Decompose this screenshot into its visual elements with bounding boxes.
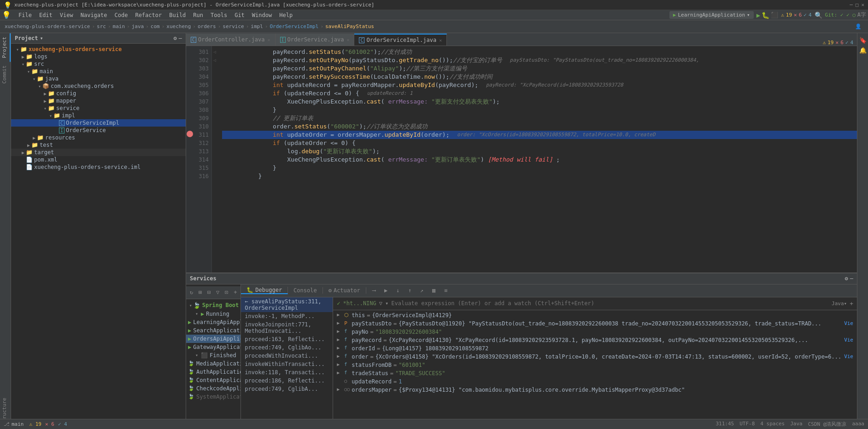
debug-btn[interactable]: 🐛 (762, 12, 769, 19)
bc-com[interactable]: com (151, 23, 160, 29)
menu-run[interactable]: Run (189, 10, 207, 20)
svc-expand-btn[interactable]: ⊞ (197, 287, 204, 297)
bc-java[interactable]: java (132, 23, 144, 29)
tab-service[interactable]: I OrderService.java ✕ (276, 34, 355, 46)
svc-learning-app[interactable]: ▶ LearningApiApplication :63020/ (186, 318, 240, 326)
tree-item-main[interactable]: ▾ 📁 main (11, 68, 186, 75)
menu-file[interactable]: File (15, 10, 35, 20)
call-stack-5[interactable]: proceedWithInvocati... (241, 352, 333, 360)
svc-system-app[interactable]: 🍃 SystemApplication (186, 393, 240, 401)
call-stack-3[interactable]: proceed:163, Reflecti... (241, 335, 333, 343)
var-payStatusDto[interactable]: ▶ P payStatusDto = {PayStatusDto@11920} … (333, 319, 857, 328)
var-order[interactable]: ▶ f order = {XcOrders@14158} "XcOrders(i… (333, 353, 857, 361)
eval-input[interactable] (391, 300, 829, 307)
window-controls[interactable]: ─ □ ✕ (850, 2, 864, 8)
tree-item-mapper[interactable]: ▶ 📁 mapper (11, 97, 186, 104)
header-dropdown[interactable]: ▾ (40, 35, 43, 41)
gear-icon[interactable]: ⚙ (174, 35, 177, 41)
menu-build[interactable]: Build (165, 10, 189, 20)
bc-project[interactable]: xuecheng-plus-orders-service (5, 23, 90, 29)
menu-help[interactable]: Help (276, 10, 296, 20)
resume-btn[interactable]: ▶ (381, 285, 391, 296)
menu-navigate[interactable]: Navigate (77, 10, 111, 20)
var-payRecord[interactable]: ▶ f payRecord = {XcPayRecord@14130} "XcP… (333, 336, 857, 344)
tree-item-logs[interactable]: ▶ 📁 logs (11, 53, 186, 60)
call-stack-4[interactable]: proceed:749, CglibAo... (241, 343, 333, 352)
tree-item-src[interactable]: ▾ 📁 src (11, 60, 186, 68)
call-stack-6[interactable]: invokeWithinTransacti... (241, 360, 333, 368)
var-updateRecord[interactable]: ○ updateRecord = 1 (333, 377, 857, 386)
var-payNo[interactable]: ▶ f payNo = "180839202922600384" (333, 328, 857, 336)
actuator-tab[interactable]: ⚙ Actuator (323, 287, 366, 294)
tree-item-resources[interactable]: ▶ 📁 resources (11, 134, 186, 141)
svc-spring-boot[interactable]: ▾ 🍃 Spring Boot (186, 301, 240, 310)
svc-checkcode-app[interactable]: 🍃 CheckcodeApplication (186, 384, 240, 393)
menu-window[interactable]: Window (248, 10, 276, 20)
call-stack-2[interactable]: invokeJoinpoint:771, MethodInvocati... (241, 320, 333, 335)
tree-item-iml[interactable]: 📄 xuecheng-plus-orders-service.iml (11, 163, 186, 171)
notifications-icon[interactable]: 🔔 (858, 45, 868, 55)
call-stack-9[interactable]: proceed:749, CglibA... (241, 385, 333, 393)
debugger-tab[interactable]: 🐛 Debugger (241, 287, 288, 294)
add-watch-btn[interactable]: + (850, 300, 853, 307)
svc-finished-group[interactable]: ▾ ⬛ Finished (186, 351, 240, 359)
svc-auth-app[interactable]: 🍃 AuthApplication (186, 368, 240, 376)
status-branch[interactable]: main (12, 421, 24, 427)
bc-xuecheng[interactable]: xuecheng (166, 23, 191, 29)
call-stack-8[interactable]: proceed:186, Reflecti... (241, 377, 333, 385)
bc-src[interactable]: src (97, 23, 106, 29)
bc-method[interactable]: saveAliPayStatus (325, 23, 374, 29)
var-this[interactable]: ▶ ⬡ this = {OrderServiceImpl@14129} (333, 311, 857, 319)
tree-item-root[interactable]: ▾ 📁 xuecheng-plus-orders-service (11, 46, 186, 53)
svc-collapse-btn[interactable]: ⊟ (205, 287, 212, 297)
svc-search-app[interactable]: ▶ SearchApplication :63080/ (186, 326, 240, 335)
tree-item-orderservice[interactable]: I OrderService (11, 127, 186, 134)
menu-code[interactable]: Code (111, 10, 132, 20)
maximize-btn[interactable]: □ (856, 2, 859, 8)
call-stack-active[interactable]: ← saveAliPayStatus:311, OrderServiceImpl (241, 297, 333, 312)
run-config-selector[interactable]: ▶ LearningApiApplication ▾ (669, 11, 754, 19)
step-out-btn[interactable]: ↑ (405, 285, 415, 296)
status-warnings[interactable]: ⚠ 19 (29, 421, 42, 427)
minimize-btn[interactable]: ─ (850, 2, 853, 8)
svc-add-btn[interactable]: + (232, 287, 239, 297)
svc-grid-btn[interactable]: ⊡ (223, 287, 230, 297)
tab-commit[interactable]: Commit (0, 62, 11, 87)
frames-btn[interactable]: ▦ (429, 285, 439, 296)
status-errors[interactable]: ✕ 6 (45, 421, 54, 427)
tree-item-test[interactable]: ▶ 📁 test (11, 141, 186, 149)
tree-item-target[interactable]: ▶ 📁 target (11, 149, 186, 156)
services-close-icon[interactable]: – (850, 275, 853, 282)
svc-running-group[interactable]: ▾ ▶ Running (186, 310, 240, 318)
var-ordersMapper[interactable]: ▶ ○○ ordersMapper = {$Proxy134@14131} "c… (333, 386, 857, 394)
status-ok[interactable]: ✓ 4 (58, 421, 67, 427)
bc-class[interactable]: OrderServiceImpl (270, 23, 318, 29)
tab-controller[interactable]: C OrderController.java ✕ (186, 34, 276, 46)
code-content[interactable]: payRecord.setStatus("601002");//支付成功 pay… (217, 46, 857, 272)
svc-content-app[interactable]: 🍃 ContentApplication (186, 376, 240, 384)
run-to-cursor-btn[interactable]: ↗ (417, 285, 427, 296)
collapse-icon[interactable]: – (179, 35, 182, 41)
var-orderId[interactable]: ▶ f orderId = {Long@14157} 1808392029108… (333, 344, 857, 353)
var-tradeStatus[interactable]: ▶ f tradeStatus = "TRADE_SUCCESS" (333, 369, 857, 377)
run-btn[interactable]: ▶ (757, 12, 760, 19)
svc-media-app[interactable]: 🍃 MediaApplication2 (186, 359, 240, 368)
threads-btn[interactable]: ≡ (441, 285, 451, 296)
var-statusFromDB[interactable]: ▶ f statusFromDB = "601001" (333, 361, 857, 369)
tree-item-java[interactable]: ▾ 📁 java (11, 75, 186, 82)
lang-translate-btn[interactable]: A字 (857, 11, 866, 19)
search-btn[interactable]: 🔍 (815, 12, 822, 19)
menu-edit[interactable]: Edit (35, 10, 56, 20)
bookmark-icon[interactable]: 🔖 (858, 35, 868, 45)
tab-impl[interactable]: C OrderServiceImpl.java ✕ (354, 34, 447, 46)
svc-orders-app[interactable]: ▶ OrdersApiApplication :63030/ (186, 335, 240, 343)
filter-icon[interactable]: ▽ (379, 300, 382, 307)
bc-main[interactable]: main (113, 23, 125, 29)
tree-item-config[interactable]: ▶ 📁 config (11, 90, 186, 97)
menu-git[interactable]: Git (231, 10, 248, 20)
menu-refactor[interactable]: Refactor (131, 10, 165, 20)
close-btn[interactable]: ✕ (861, 2, 864, 8)
bc-impl[interactable]: impl (251, 23, 263, 29)
menu-tools[interactable]: Tools (207, 10, 231, 20)
bc-service[interactable]: service (223, 23, 244, 29)
